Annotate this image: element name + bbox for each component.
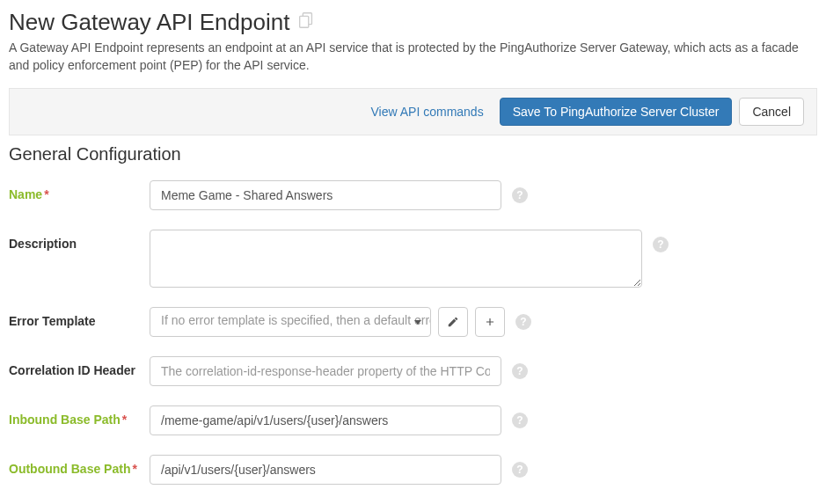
error-template-row: Error Template If no error template is s… <box>9 307 817 337</box>
edit-button[interactable] <box>438 307 468 337</box>
error-template-select[interactable]: If no error template is specified, then … <box>150 307 431 337</box>
inbound-input[interactable] <box>150 405 501 435</box>
description-textarea[interactable] <box>150 230 642 288</box>
correlation-label: Correlation ID Header <box>9 356 150 377</box>
error-template-label: Error Template <box>9 307 150 328</box>
description-label: Description <box>9 230 150 251</box>
required-star: * <box>44 187 48 201</box>
required-star: * <box>122 413 127 427</box>
svg-rect-1 <box>300 16 309 27</box>
outbound-row: Outbound Base Path* ? <box>9 455 817 485</box>
inbound-row: Inbound Base Path* ? <box>9 405 817 435</box>
cancel-button[interactable]: Cancel <box>739 98 804 126</box>
help-icon[interactable]: ? <box>515 314 531 330</box>
name-input[interactable] <box>150 180 501 210</box>
outbound-label: Outbound Base Path* <box>9 455 150 476</box>
action-bar: View API commands Save To PingAuthorize … <box>9 88 817 135</box>
correlation-row: Correlation ID Header ? <box>9 356 817 386</box>
help-icon[interactable]: ? <box>512 413 528 428</box>
page-title-text: New Gateway API Endpoint <box>9 9 289 36</box>
page-title: New Gateway API Endpoint <box>9 9 817 36</box>
help-icon[interactable]: ? <box>512 363 528 379</box>
section-title: General Configuration <box>9 144 817 164</box>
page-description: A Gateway API Endpoint represents an end… <box>9 40 817 74</box>
outbound-input[interactable] <box>150 455 501 485</box>
view-api-commands-link[interactable]: View API commands <box>362 99 493 124</box>
save-button[interactable]: Save To PingAuthorize Server Cluster <box>500 98 733 126</box>
name-row: Name* ? <box>9 180 817 210</box>
inbound-label: Inbound Base Path* <box>9 405 150 427</box>
correlation-input[interactable] <box>150 356 501 386</box>
name-label: Name* <box>9 180 150 201</box>
help-icon[interactable]: ? <box>512 462 528 478</box>
help-icon[interactable]: ? <box>512 187 528 203</box>
required-star: * <box>132 462 136 476</box>
help-icon[interactable]: ? <box>653 237 669 252</box>
copy-icon[interactable] <box>296 11 316 35</box>
add-button[interactable] <box>475 307 505 337</box>
description-row: Description ? <box>9 230 817 288</box>
